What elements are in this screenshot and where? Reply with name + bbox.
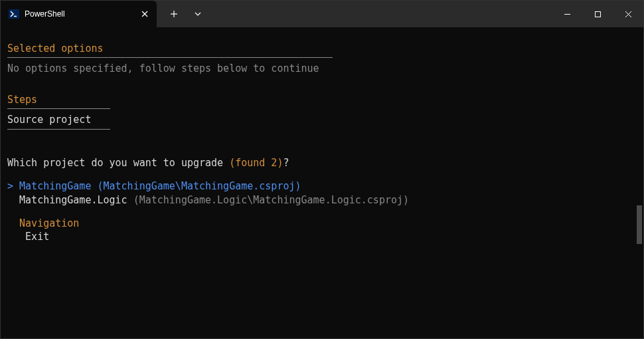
navigation-heading: Navigation xyxy=(7,217,637,230)
option-path: (MatchingGame.Logic\MatchingGame.Logic.c… xyxy=(133,194,409,206)
svg-rect-7 xyxy=(595,11,600,17)
scrollbar-thumb[interactable] xyxy=(637,205,642,244)
section-rule xyxy=(7,129,110,130)
minimize-button[interactable] xyxy=(552,1,582,27)
tab-actions xyxy=(157,1,210,27)
steps-heading: Steps xyxy=(7,93,37,107)
powershell-icon xyxy=(9,9,19,19)
window-controls xyxy=(552,1,643,27)
nav-exit-text: Exit xyxy=(25,231,49,243)
terminal-output[interactable]: Selected options No options specified, f… xyxy=(1,27,643,250)
maximize-button[interactable] xyxy=(582,1,613,27)
selected-options-heading: Selected options xyxy=(7,42,104,56)
prompt-option-selected[interactable]: > MatchingGame (MatchingGame\MatchingGam… xyxy=(7,179,637,193)
option-path: (MatchingGame\MatchingGame.csproj) xyxy=(97,180,301,192)
new-tab-button[interactable] xyxy=(162,1,186,27)
close-button[interactable] xyxy=(613,1,643,27)
selected-options-section: Selected options No options specified, f… xyxy=(7,42,637,76)
tab-dropdown-button[interactable] xyxy=(186,1,210,27)
prompt-option[interactable]: MatchingGame.Logic (MatchingGame.Logic\M… xyxy=(7,193,637,207)
tab-title: PowerShell xyxy=(25,9,134,19)
option-name: MatchingGame xyxy=(19,180,91,192)
prompt-question-suffix: ? xyxy=(283,157,289,169)
steps-item: Source project xyxy=(7,113,637,126)
terminal-tab[interactable]: PowerShell xyxy=(1,1,157,27)
selected-options-body: No options specified, follow steps below… xyxy=(7,62,637,75)
section-rule xyxy=(7,108,110,109)
titlebar-drag-area[interactable] xyxy=(210,1,552,27)
section-rule xyxy=(7,57,333,58)
prompt-found-count: (found 2) xyxy=(229,157,283,169)
navigation-exit[interactable]: Exit xyxy=(7,230,637,243)
option-name: MatchingGame.Logic xyxy=(19,194,127,206)
window-titlebar: PowerShell xyxy=(1,1,643,27)
caret-icon: > xyxy=(7,180,13,192)
prompt-question-prefix: Which project do you want to upgrade xyxy=(7,157,229,169)
steps-section: Steps Source project xyxy=(7,93,637,130)
tab-close-button[interactable] xyxy=(139,9,150,19)
prompt-question: Which project do you want to upgrade (fo… xyxy=(7,156,637,170)
nav-heading-text: Navigation xyxy=(19,217,79,229)
